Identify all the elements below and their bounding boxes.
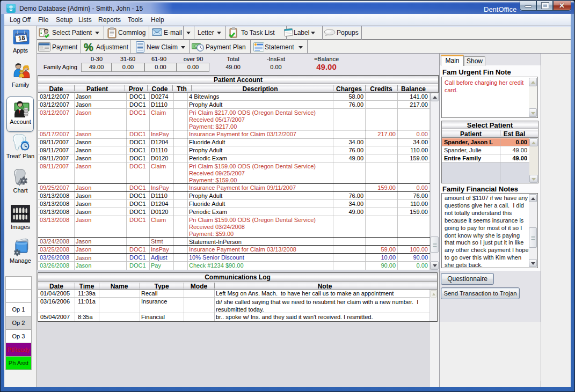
svg-text:%: %: [84, 41, 93, 53]
svg-text:18: 18: [18, 34, 25, 41]
